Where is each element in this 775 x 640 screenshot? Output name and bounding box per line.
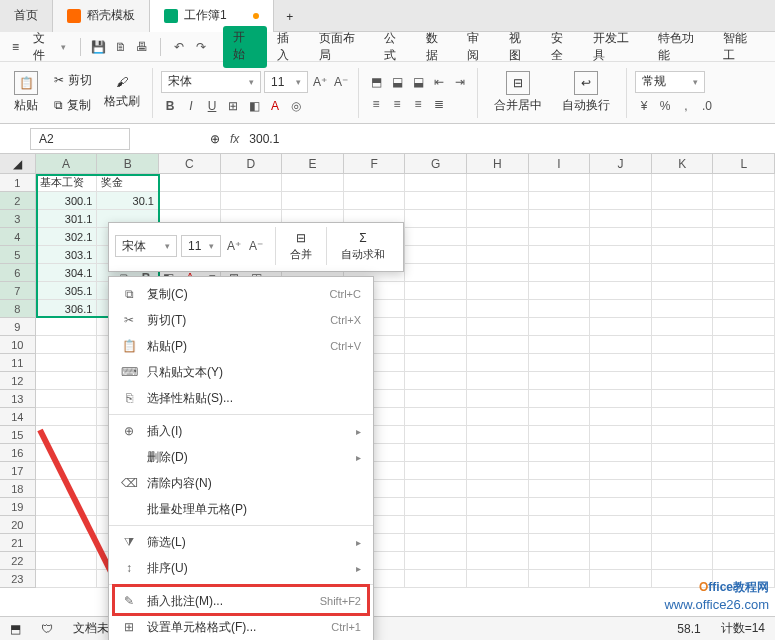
tab-template[interactable]: 稻壳模板 — [53, 0, 150, 32]
row-header[interactable]: 19 — [0, 498, 36, 516]
cell[interactable] — [405, 498, 467, 516]
cell[interactable]: 奖金 — [97, 174, 159, 192]
cell[interactable] — [652, 282, 714, 300]
cell[interactable] — [405, 318, 467, 336]
cell[interactable] — [652, 318, 714, 336]
row-header[interactable]: 1 — [0, 174, 36, 192]
cell[interactable] — [652, 498, 714, 516]
cell[interactable] — [344, 174, 406, 192]
row-header[interactable]: 15 — [0, 426, 36, 444]
cell[interactable] — [467, 462, 529, 480]
cell[interactable] — [467, 552, 529, 570]
mini-decrease-font-icon[interactable]: A⁻ — [247, 237, 265, 255]
cell[interactable] — [590, 300, 652, 318]
row-header[interactable]: 16 — [0, 444, 36, 462]
row-header[interactable]: 18 — [0, 480, 36, 498]
col-header-d[interactable]: D — [221, 154, 283, 173]
align-top-icon[interactable]: ⬒ — [367, 73, 385, 91]
cell[interactable] — [36, 426, 98, 444]
col-header-a[interactable]: A — [36, 154, 98, 173]
cell[interactable] — [467, 408, 529, 426]
cell[interactable] — [713, 462, 775, 480]
cell[interactable] — [590, 336, 652, 354]
undo-icon[interactable]: ↶ — [171, 39, 187, 55]
ribbon-tab-view[interactable]: 视图 — [501, 26, 541, 68]
cell[interactable]: 300.1 — [36, 192, 98, 210]
cm-paste-text[interactable]: ⌨只粘贴文本(Y) — [109, 359, 373, 385]
row-header[interactable]: 7 — [0, 282, 36, 300]
row-header[interactable]: 20 — [0, 516, 36, 534]
cell[interactable] — [590, 192, 652, 210]
cell[interactable] — [652, 426, 714, 444]
row-header[interactable]: 8 — [0, 300, 36, 318]
cell[interactable] — [467, 264, 529, 282]
cell[interactable] — [713, 246, 775, 264]
ribbon-tab-feature[interactable]: 特色功能 — [650, 26, 713, 68]
row-header[interactable]: 17 — [0, 462, 36, 480]
cell[interactable] — [590, 372, 652, 390]
format-painter-button[interactable]: 🖌格式刷 — [100, 73, 144, 112]
cell[interactable] — [590, 174, 652, 192]
cell[interactable] — [36, 336, 98, 354]
cell[interactable] — [529, 246, 591, 264]
bold-button[interactable]: B — [161, 97, 179, 115]
currency-icon[interactable]: ¥ — [635, 97, 653, 115]
cell[interactable]: 30.1 — [97, 192, 159, 210]
cell[interactable] — [467, 246, 529, 264]
cell[interactable] — [405, 210, 467, 228]
increase-decimal-icon[interactable]: .0 — [698, 97, 716, 115]
cell[interactable] — [36, 390, 98, 408]
cell[interactable]: 303.1 — [36, 246, 98, 264]
cell[interactable] — [467, 498, 529, 516]
cell[interactable] — [405, 444, 467, 462]
cell[interactable] — [652, 372, 714, 390]
col-header-b[interactable]: B — [97, 154, 159, 173]
cell[interactable] — [344, 192, 406, 210]
cell[interactable] — [590, 408, 652, 426]
hamburger-menu[interactable]: ≡ — [8, 40, 23, 54]
cell[interactable] — [405, 516, 467, 534]
cell[interactable]: 305.1 — [36, 282, 98, 300]
col-header-f[interactable]: F — [344, 154, 406, 173]
cell[interactable] — [529, 570, 591, 588]
cell[interactable] — [713, 534, 775, 552]
cell[interactable] — [221, 192, 283, 210]
cell[interactable] — [405, 390, 467, 408]
cell[interactable] — [529, 210, 591, 228]
cut-button[interactable]: ✂剪切 — [50, 70, 96, 91]
cell[interactable] — [467, 372, 529, 390]
align-center-icon[interactable]: ≡ — [388, 95, 406, 113]
cell[interactable] — [405, 426, 467, 444]
wrap-text-button[interactable]: ↩自动换行 — [554, 67, 618, 118]
cell[interactable] — [713, 498, 775, 516]
cell[interactable] — [590, 480, 652, 498]
cell[interactable] — [713, 480, 775, 498]
ribbon-tab-security[interactable]: 安全 — [543, 26, 583, 68]
cell[interactable] — [405, 228, 467, 246]
cell[interactable] — [159, 174, 221, 192]
cell[interactable] — [652, 480, 714, 498]
cell[interactable] — [405, 534, 467, 552]
cell[interactable] — [405, 174, 467, 192]
cell[interactable] — [529, 552, 591, 570]
paste-button[interactable]: 📋粘贴 — [6, 67, 46, 118]
border-button[interactable]: ⊞ — [224, 97, 242, 115]
cell[interactable] — [529, 228, 591, 246]
cell[interactable] — [652, 264, 714, 282]
row-header[interactable]: 2 — [0, 192, 36, 210]
underline-button[interactable]: U — [203, 97, 221, 115]
italic-button[interactable]: I — [182, 97, 200, 115]
ribbon-tab-formula[interactable]: 公式 — [376, 26, 416, 68]
cell[interactable] — [467, 516, 529, 534]
cell[interactable] — [529, 174, 591, 192]
col-header-j[interactable]: J — [590, 154, 652, 173]
cell[interactable] — [529, 318, 591, 336]
cell[interactable] — [36, 498, 98, 516]
cell[interactable] — [282, 174, 344, 192]
cm-comment[interactable]: ✎插入批注(M)...Shift+F2 — [109, 588, 373, 614]
cell[interactable] — [36, 444, 98, 462]
justify-icon[interactable]: ≣ — [430, 95, 448, 113]
cell[interactable]: 302.1 — [36, 228, 98, 246]
cell[interactable] — [590, 444, 652, 462]
cell[interactable] — [590, 246, 652, 264]
